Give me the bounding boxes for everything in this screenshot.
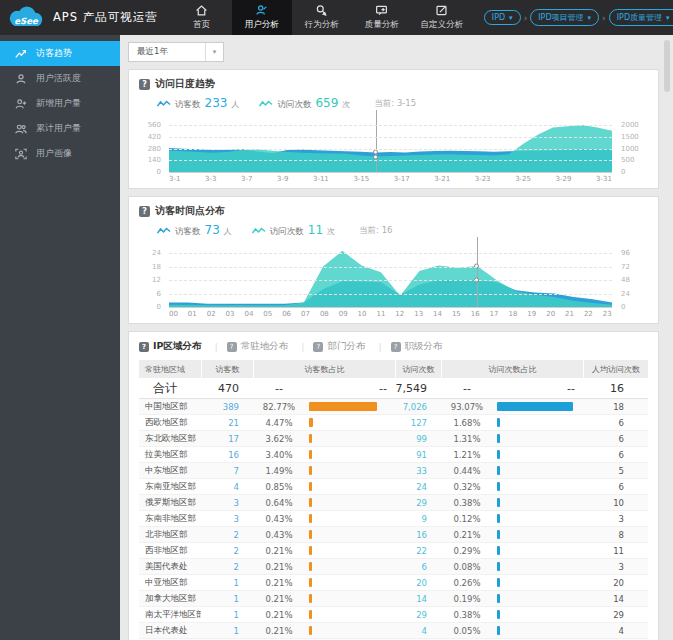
visits-count[interactable]: 24 bbox=[395, 479, 441, 495]
per-capita: 14 bbox=[583, 591, 648, 607]
help-icon[interactable] bbox=[227, 342, 237, 352]
daily-trend-chart[interactable]: 0140280420560 0500100015002000 3-13-33-7… bbox=[139, 114, 648, 183]
visitors-count[interactable]: 1 bbox=[201, 623, 253, 639]
tab-job-level[interactable]: 职级分布 bbox=[391, 340, 443, 353]
visits-bar-cell bbox=[493, 511, 583, 527]
sidebar-item-total-users[interactable]: 累计用户量 bbox=[0, 116, 120, 141]
chevron-down-icon[interactable] bbox=[666, 13, 670, 22]
visitors-bar-cell bbox=[305, 511, 395, 527]
visitors-count[interactable]: 1 bbox=[201, 591, 253, 607]
table-row: 俄罗斯地区部30.64%290.38%10 bbox=[139, 495, 648, 511]
time-range-select[interactable]: 最近1年 bbox=[128, 42, 224, 62]
sidebar-item-user-activity[interactable]: 用户活跃度 bbox=[0, 66, 120, 91]
scrollbar-thumb[interactable] bbox=[664, 40, 670, 92]
help-icon[interactable] bbox=[139, 206, 150, 217]
visits-count[interactable]: 9 bbox=[395, 511, 441, 527]
visits-count[interactable]: 14 bbox=[395, 591, 441, 607]
chevron-down-icon[interactable] bbox=[205, 43, 223, 61]
chart-marker[interactable] bbox=[376, 118, 377, 172]
blue-bar bbox=[497, 450, 500, 459]
visitors-bar: -- bbox=[305, 378, 395, 399]
visitors-count[interactable]: 7 bbox=[201, 463, 253, 479]
visitors-count[interactable]: 17 bbox=[201, 431, 253, 447]
nav-label: 首页 bbox=[193, 19, 210, 31]
help-icon[interactable] bbox=[313, 342, 323, 352]
esee-logo[interactable]: eSee bbox=[0, 0, 53, 35]
visitors-count[interactable]: 2 bbox=[201, 559, 253, 575]
y-axis-tick-left: 6 bbox=[157, 290, 161, 298]
legend-unit: 次 bbox=[342, 99, 350, 110]
region-table-body: 合计 470 -- -- 7,549 -- -- 16 中国地区部38982.7… bbox=[139, 378, 648, 639]
main-nav: 首页 用户分析 行为分析 质量分析 自定义分析 bbox=[172, 0, 472, 35]
visitors-count[interactable]: 3 bbox=[201, 495, 253, 511]
visitors-count[interactable]: 1 bbox=[201, 575, 253, 591]
chevron-down-icon[interactable] bbox=[509, 13, 513, 22]
visitors-count[interactable]: 1 bbox=[201, 607, 253, 623]
region-cell: 俄罗斯地区部 bbox=[139, 495, 201, 511]
tab-ip-region[interactable]: IP区域分布 bbox=[139, 340, 227, 353]
visits-count[interactable]: 29 bbox=[395, 495, 441, 511]
plot-area[interactable] bbox=[169, 245, 612, 307]
tab-residence[interactable]: 常驻地分布 bbox=[227, 340, 314, 353]
line-series-icon bbox=[259, 100, 273, 108]
y-axis-tick-right: 500 bbox=[621, 156, 634, 164]
help-icon[interactable] bbox=[139, 342, 149, 352]
logo-text: eSee bbox=[14, 16, 39, 26]
app-title: APS 产品可视运营 bbox=[53, 0, 158, 35]
y-axis-left: 0140280420560 bbox=[139, 118, 165, 172]
x-axis-tick: 3-9 bbox=[277, 175, 288, 183]
visits-count[interactable]: 7,026 bbox=[395, 399, 441, 415]
nav-tab-behavior-analysis[interactable]: 行为分析 bbox=[292, 0, 352, 35]
visitors-count[interactable]: 389 bbox=[201, 399, 253, 415]
table-row: 拉美地区部163.40%911.21%6 bbox=[139, 447, 648, 463]
visits-count[interactable]: 6 bbox=[395, 559, 441, 575]
panel-hourly-distribution: 访客时间点分布 访客数 73 人 访问次数 11 次 当前: 16 061218… bbox=[128, 196, 659, 324]
orange-bar bbox=[309, 578, 312, 587]
gridline bbox=[169, 280, 612, 281]
visits-count[interactable]: 33 bbox=[395, 463, 441, 479]
visitors-count[interactable]: 2 bbox=[201, 527, 253, 543]
chevron-down-icon[interactable] bbox=[588, 13, 592, 22]
pill-ipd-project[interactable]: IPD项目管理 bbox=[530, 9, 599, 26]
visits-count[interactable]: 20 bbox=[395, 575, 441, 591]
hourly-distribution-chart[interactable]: 06121824 024487296 000102030405060708091… bbox=[139, 241, 648, 318]
tab-department[interactable]: 部门分布 bbox=[313, 340, 390, 353]
visitors-count[interactable]: 2 bbox=[201, 543, 253, 559]
visits-count[interactable]: 22 bbox=[395, 543, 441, 559]
nav-tab-user-analysis[interactable]: 用户分析 bbox=[232, 0, 292, 35]
visits-bar-cell bbox=[493, 415, 583, 431]
visitors-percent: 0.43% bbox=[253, 527, 305, 543]
sidebar-item-new-users[interactable]: 新增用户量 bbox=[0, 91, 120, 116]
nav-tab-home[interactable]: 首页 bbox=[172, 0, 232, 35]
visits-count[interactable]: 91 bbox=[395, 447, 441, 463]
nav-tab-quality-analysis[interactable]: 质量分析 bbox=[352, 0, 412, 35]
chart-marker[interactable] bbox=[477, 245, 478, 307]
y-axis-tick-left: 140 bbox=[148, 156, 161, 164]
visitors-count[interactable]: 4 bbox=[201, 479, 253, 495]
visits-percent: 0.21% bbox=[441, 527, 493, 543]
y-axis-right: 0500100015002000 bbox=[616, 118, 648, 172]
visitors-percent: 0.64% bbox=[253, 495, 305, 511]
sidebar-item-user-portrait[interactable]: 用户画像 bbox=[0, 141, 120, 166]
region-cell: 加拿大地区部 bbox=[139, 591, 201, 607]
panel-title-text: 访问日度趋势 bbox=[155, 77, 215, 91]
visits-count[interactable]: 99 bbox=[395, 431, 441, 447]
visitors-percent: 0.21% bbox=[253, 575, 305, 591]
per-capita: 8 bbox=[583, 527, 648, 543]
pill-ipd-quality[interactable]: IPD质量管理 bbox=[609, 9, 673, 26]
sidebar-item-visitor-trend[interactable]: 访客趋势 bbox=[0, 41, 120, 66]
plot-area[interactable] bbox=[169, 118, 612, 172]
visitors-count[interactable]: 21 bbox=[201, 415, 253, 431]
y-axis-tick-left: 0 bbox=[157, 168, 161, 176]
visits-count[interactable]: 29 bbox=[395, 607, 441, 623]
pill-ipd[interactable]: IPD bbox=[484, 10, 521, 25]
visits-count[interactable]: 4 bbox=[395, 623, 441, 639]
visits-count[interactable]: 127 bbox=[395, 415, 441, 431]
help-icon[interactable] bbox=[391, 342, 401, 352]
region-cell: 美国代表处 bbox=[139, 559, 201, 575]
visits-count[interactable]: 16 bbox=[395, 527, 441, 543]
visitors-count[interactable]: 3 bbox=[201, 511, 253, 527]
help-icon[interactable] bbox=[139, 79, 150, 90]
visitors-count[interactable]: 16 bbox=[201, 447, 253, 463]
nav-tab-custom-analysis[interactable]: 自定义分析 bbox=[412, 0, 472, 35]
